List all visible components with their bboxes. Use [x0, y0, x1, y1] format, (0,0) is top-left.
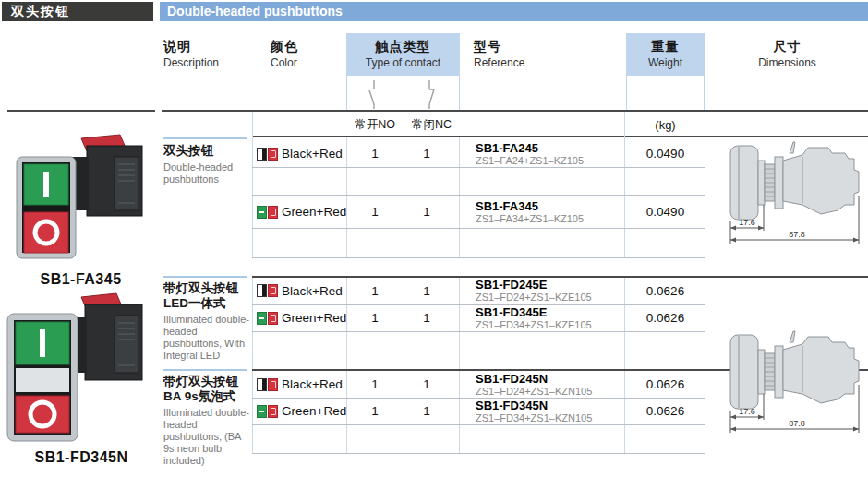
color-label: Black+Red	[282, 140, 343, 168]
divider-line	[704, 76, 705, 110]
dimensions-drawing: 17.6 87.8	[725, 138, 863, 249]
catalog-page: 双头按钮 Double-headed pushbuttons 说明 Descri…	[0, 0, 868, 477]
head-width-dimension: 17.6	[739, 407, 755, 416]
nc-column-label: 常闭NC	[404, 114, 460, 136]
reference-cell: SB1-FD345E ZS1–FD34+ZS1–KZE105	[476, 306, 592, 331]
nc-contact-symbol-icon	[421, 78, 438, 110]
model-number: SB1-FA245	[476, 142, 584, 155]
weight-value: 0.0626	[626, 278, 705, 304]
model-number: SB1-FA345	[476, 200, 584, 213]
reference-cell: SB1-FD345N ZS1–FD34+ZS1–KZN105	[476, 399, 592, 424]
no-count: 1	[352, 372, 398, 398]
no-count: 1	[352, 399, 398, 424]
section-description: 双头按钮 Double-headed pushbuttons	[163, 144, 252, 185]
nc-count: 1	[404, 372, 450, 398]
model-composition: ZS1–FD24+ZS1–KZE105	[476, 292, 592, 304]
divider-line	[346, 76, 347, 110]
color-label: Green+Red	[282, 305, 346, 331]
section-accent-line	[163, 137, 247, 139]
section-description: 带灯双头按钮 BA 9s氖泡式 Illuminated double-heade…	[163, 375, 252, 467]
divider-line	[624, 112, 625, 257]
product-caption: SB1-FA345	[9, 271, 152, 288]
product-photo-sb1-fd345n	[4, 292, 151, 445]
black-red-swatch-icon	[257, 284, 280, 297]
table-row: Green+Red 1 1 SB1-FD345N ZS1–FD34+ZS1–KZ…	[257, 399, 705, 424]
page-title-zh: 双头按钮	[2, 2, 153, 21]
weight-unit-label: (kg)	[626, 114, 705, 136]
product-photo-sb1-fa345	[11, 131, 150, 269]
divider-line	[252, 195, 705, 196]
green-red-swatch-icon	[257, 405, 280, 418]
table-row: Green+Red 1 1 SB1-FD345E ZS1–FD34+ZS1–KZ…	[257, 305, 705, 331]
model-composition: ZS1–FD34+ZS1–KZE105	[476, 319, 592, 331]
nc-count: 1	[404, 399, 450, 424]
divider-line	[7, 110, 155, 112]
section-description: 带灯双头按钮 LED一体式 Illuminated double-headed …	[163, 281, 252, 362]
total-length-dimension: 87.8	[789, 419, 805, 428]
divider-line	[252, 277, 253, 453]
divider-line	[162, 110, 868, 112]
model-composition: ZS1–FA24+ZS1–KZ105	[476, 155, 584, 167]
head-width-dimension: 17.6	[739, 218, 755, 227]
total-length-dimension: 87.8	[789, 230, 805, 239]
table-row: Green+Red 1 1 SB1-FA345 ZS1–FA34+ZS1–KZ1…	[257, 197, 705, 228]
color-label: Green+Red	[282, 197, 346, 228]
divider-line	[252, 136, 868, 137]
color-label: Black+Red	[282, 278, 343, 304]
table-row: Black+Red 1 1 SB1-FD245N ZS1–FD24+ZS1–KZ…	[257, 372, 705, 398]
divider-line	[252, 453, 705, 454]
column-header-weight: 重量 Weight	[626, 33, 705, 76]
weight-value: 0.0626	[626, 372, 705, 398]
no-count: 1	[352, 197, 398, 228]
nc-count: 1	[404, 140, 450, 168]
no-count: 1	[352, 305, 398, 331]
no-count: 1	[352, 140, 398, 168]
column-header-color: 颜色 Color	[271, 39, 298, 69]
green-red-swatch-icon	[257, 312, 280, 325]
column-header-dimensions: 尺寸 Dimensions	[706, 39, 868, 69]
model-number: SB1-FD245N	[476, 373, 592, 386]
color-label: Green+Red	[282, 399, 346, 424]
section-accent-line	[163, 276, 247, 278]
divider-line	[626, 76, 627, 110]
divider-line	[705, 112, 705, 257]
color-label: Black+Red	[282, 372, 343, 398]
nc-count: 1	[404, 197, 450, 228]
table-row: Black+Red 1 1 SB1-FD245E ZS1–FD24+ZS1–KZ…	[257, 278, 705, 304]
divider-line	[252, 167, 705, 168]
weight-value: 0.0490	[626, 140, 705, 168]
black-red-swatch-icon	[257, 378, 280, 391]
no-contact-symbol-icon	[366, 78, 382, 110]
column-header-description: 说明 Description	[163, 39, 219, 69]
divider-line	[252, 112, 253, 257]
model-composition: ZS1–FD34+ZS1–KZN105	[476, 412, 592, 424]
column-header-reference: 型号 Reference	[474, 39, 524, 69]
weight-value: 0.0626	[626, 399, 705, 424]
divider-line	[252, 424, 705, 425]
column-header-contact: 触点类型 Type of contact	[346, 33, 460, 76]
page-title-en: Double-headed pushbuttons	[160, 2, 868, 21]
no-column-label: 常开NO	[346, 114, 404, 136]
nc-count: 1	[404, 305, 450, 331]
model-composition: ZS1–FD24+ZS1–KZN105	[476, 386, 592, 398]
weight-value: 0.0626	[626, 305, 705, 331]
divider-line	[459, 76, 460, 110]
divider-line	[705, 277, 705, 453]
nc-count: 1	[404, 278, 450, 304]
dimensions-drawing: 17.6 87.8	[725, 328, 863, 438]
model-number: SB1-FD345E	[476, 306, 592, 319]
reference-cell: SB1-FA245 ZS1–FA24+ZS1–KZ105	[476, 142, 584, 167]
reference-cell: SB1-FD245E ZS1–FD24+ZS1–KZE105	[476, 279, 592, 304]
black-red-swatch-icon	[257, 148, 280, 161]
model-number: SB1-FD345N	[476, 399, 592, 412]
model-composition: ZS1–FA34+ZS1–KZ105	[476, 213, 584, 225]
divider-line	[252, 228, 705, 229]
divider-line	[252, 257, 705, 258]
no-count: 1	[352, 278, 398, 304]
divider-line	[252, 331, 705, 332]
section-accent-line	[163, 369, 247, 371]
table-row: Black+Red 1 1 SB1-FA245 ZS1–FA24+ZS1–KZ1…	[257, 140, 705, 168]
product-caption: SB1-FD345N	[7, 449, 155, 466]
reference-cell: SB1-FD245N ZS1–FD24+ZS1–KZN105	[476, 373, 592, 398]
model-number: SB1-FD245E	[476, 279, 592, 292]
